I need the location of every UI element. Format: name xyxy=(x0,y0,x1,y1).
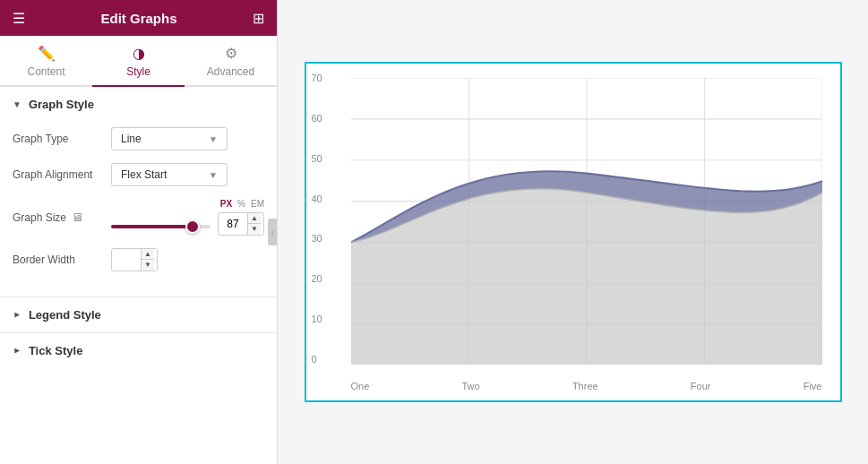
y-label-0: 0 xyxy=(312,354,322,365)
tab-style[interactable]: ◑ Style xyxy=(92,36,185,87)
legend-style-section[interactable]: ▼ Legend Style xyxy=(0,297,277,333)
graph-size-controls: PX % EM 87 ▲ ▼ xyxy=(111,199,264,236)
unit-percent[interactable]: % xyxy=(237,199,245,209)
content-tab-icon: ✏️ xyxy=(38,45,56,62)
x-label-four: Four xyxy=(691,381,711,391)
legend-style-arrow: ▼ xyxy=(12,311,21,320)
size-increment-button[interactable]: ▲ xyxy=(248,213,261,224)
style-tab-icon: ◑ xyxy=(133,45,145,62)
graph-alignment-label: Graph Alignment xyxy=(13,168,111,181)
border-width-row: Border Width 3 ▲ ▼ xyxy=(13,248,264,271)
border-width-control: 3 ▲ ▼ xyxy=(111,248,264,271)
slider-row: 87 ▲ ▼ xyxy=(111,212,264,236)
graph-style-arrow: ▼ xyxy=(13,99,21,109)
unit-em[interactable]: EM xyxy=(251,199,264,209)
graph-alignment-row: Graph Alignment Flex Start ▼ xyxy=(13,163,264,186)
x-label-two: Two xyxy=(462,381,480,391)
graph-type-control: Line ▼ xyxy=(111,127,264,150)
graph-style-label: Graph Style xyxy=(29,98,94,111)
tabs: ✏️ Content ◑ Style ⚙ Advanced xyxy=(0,36,277,87)
tick-style-arrow: ▼ xyxy=(12,347,21,356)
tick-style-section[interactable]: ▼ Tick Style xyxy=(0,333,277,368)
y-label-4: 40 xyxy=(312,193,322,204)
graph-alignment-arrow-icon: ▼ xyxy=(209,170,218,180)
x-label-three: Three xyxy=(572,381,598,391)
advanced-tab-label: Advanced xyxy=(207,65,254,78)
unit-px[interactable]: PX xyxy=(220,199,232,209)
x-label-five: Five xyxy=(804,381,822,391)
style-tab-label: Style xyxy=(126,65,150,78)
y-label-5: 50 xyxy=(312,153,322,164)
tab-content[interactable]: ✏️ Content xyxy=(0,36,92,87)
x-label-one: One xyxy=(351,381,370,391)
y-axis-labels: 0 10 20 30 40 50 60 70 xyxy=(312,73,322,365)
graph-alignment-dropdown[interactable]: Flex Start ▼ xyxy=(111,163,228,186)
size-number-input[interactable]: 87 xyxy=(219,215,247,233)
graph-alignment-value: Flex Start xyxy=(121,168,167,181)
monitor-icon: 🖥 xyxy=(72,211,83,224)
x-axis-labels: One Two Three Four Five xyxy=(351,381,822,391)
graph-style-section: ▼ Graph Style Graph Type Line ▼ Gra xyxy=(0,87,277,297)
sidebar-header: ☰ Edit Graphs ⊞ xyxy=(0,0,277,36)
border-increment-button[interactable]: ▲ xyxy=(142,249,154,260)
graph-type-label: Graph Type xyxy=(13,133,111,145)
size-slider-container xyxy=(111,218,211,231)
resize-handle[interactable]: | xyxy=(268,219,277,245)
chart-svg xyxy=(351,78,822,365)
chart-container: 0 10 20 30 40 50 60 70 xyxy=(305,62,842,402)
content-tab-label: Content xyxy=(27,65,64,78)
size-slider[interactable] xyxy=(111,225,211,228)
tab-advanced[interactable]: ⚙ Advanced xyxy=(185,36,277,87)
graph-type-dropdown[interactable]: Line ▼ xyxy=(111,127,228,150)
legend-style-label: Legend Style xyxy=(29,308,101,322)
y-label-7: 70 xyxy=(312,73,322,83)
graph-style-header[interactable]: ▼ Graph Style xyxy=(0,87,277,122)
border-width-wrapper: 3 ▲ ▼ xyxy=(111,248,158,271)
border-decrement-button[interactable]: ▼ xyxy=(142,260,154,271)
hamburger-icon[interactable]: ☰ xyxy=(13,10,25,27)
resize-handle-icon: | xyxy=(271,228,273,236)
graph-size-label-container: Graph Size 🖥 xyxy=(13,211,111,224)
main-content: 0 10 20 30 40 50 60 70 xyxy=(278,0,868,464)
grid-icon[interactable]: ⊞ xyxy=(253,10,264,27)
graph-type-value: Line xyxy=(121,133,142,145)
y-label-1: 10 xyxy=(312,314,322,324)
graph-size-label: Graph Size xyxy=(13,211,66,224)
y-label-6: 60 xyxy=(312,113,322,124)
border-width-spinners: ▲ ▼ xyxy=(141,249,154,271)
graph-size-row: Graph Size 🖥 PX % EM xyxy=(13,199,264,236)
tick-style-label: Tick Style xyxy=(29,344,82,357)
sidebar: ☰ Edit Graphs ⊞ ✏️ Content ◑ Style ⚙ Adv… xyxy=(0,0,278,464)
y-label-3: 30 xyxy=(312,233,322,244)
border-width-label: Border Width xyxy=(13,253,111,266)
graph-type-row: Graph Type Line ▼ xyxy=(13,127,264,150)
size-decrement-button[interactable]: ▼ xyxy=(248,224,261,235)
graph-alignment-control: Flex Start ▼ xyxy=(111,163,264,186)
size-number-wrapper: 87 ▲ ▼ xyxy=(218,212,264,236)
border-width-input[interactable]: 3 xyxy=(112,251,141,269)
graph-type-arrow-icon: ▼ xyxy=(209,134,218,144)
graph-style-content: Graph Type Line ▼ Graph Alignment Flex S… xyxy=(0,122,277,296)
y-label-2: 20 xyxy=(312,273,322,284)
advanced-tab-icon: ⚙ xyxy=(225,45,237,62)
sidebar-title: Edit Graphs xyxy=(25,11,253,26)
size-units: PX % EM xyxy=(111,199,264,209)
size-spinners: ▲ ▼ xyxy=(247,213,261,235)
sidebar-body: ▼ Graph Style Graph Type Line ▼ Gra xyxy=(0,87,277,464)
